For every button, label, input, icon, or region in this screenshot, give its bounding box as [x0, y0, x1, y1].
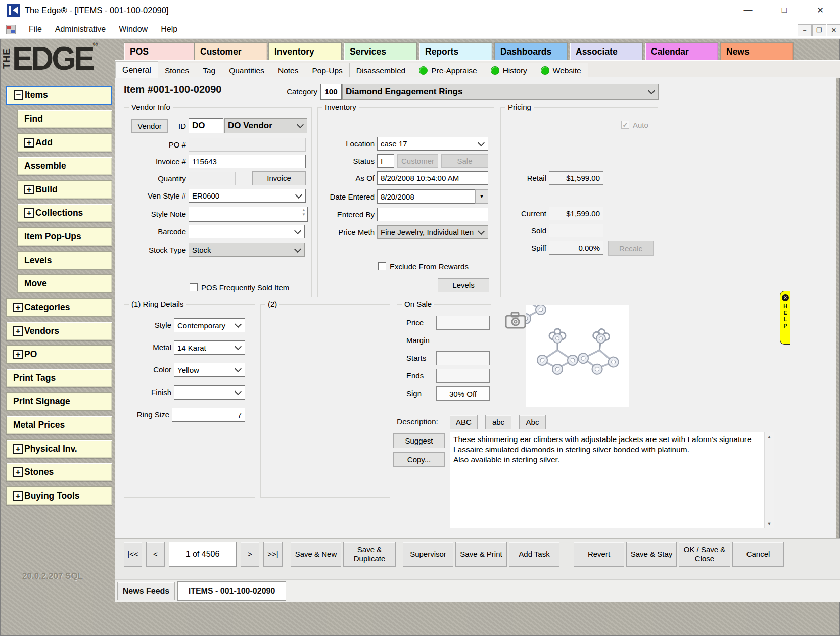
news-feeds-tab[interactable]: News Feeds: [117, 582, 175, 600]
subtab-tag[interactable]: Tag: [196, 63, 222, 78]
expand-icon[interactable]: +: [13, 326, 23, 336]
expand-icon[interactable]: +: [13, 303, 23, 312]
sidebar-item-collections[interactable]: +Collections: [17, 204, 112, 222]
subtab-history[interactable]: History: [484, 63, 534, 78]
scroll-down-icon[interactable]: ▼: [765, 519, 774, 528]
supervisor-button[interactable]: Supervisor: [403, 542, 453, 567]
subtab-general[interactable]: General: [115, 61, 158, 78]
ven-style-combo[interactable]: ER0600: [189, 189, 306, 203]
invoice-button[interactable]: Invoice: [252, 171, 306, 185]
revert-button[interactable]: Revert: [574, 542, 624, 567]
sign-button[interactable]: 30% Off: [436, 386, 490, 401]
pos-frequently-sold-checkbox[interactable]: [190, 283, 198, 291]
sidebar-item-items[interactable]: −Items: [6, 86, 112, 105]
tab-associate[interactable]: Associate: [570, 42, 643, 61]
menu-administrative[interactable]: Administrative: [55, 25, 106, 34]
description-text[interactable]: These shimmering ear climbers with adjus…: [453, 434, 763, 526]
subtab-stones[interactable]: Stones: [158, 63, 196, 78]
sidebar-item-buying-tools[interactable]: +Buying Tools: [6, 486, 112, 505]
lowercase-button[interactable]: abc: [485, 415, 511, 429]
ok-save-close-button[interactable]: OK / Save & Close: [679, 542, 730, 567]
help-tab[interactable]: ✕ HELP: [780, 291, 790, 345]
menu-window[interactable]: Window: [119, 25, 148, 34]
collapse-icon[interactable]: −: [14, 90, 23, 100]
vendor-name-combo[interactable]: DO Vendor: [224, 118, 307, 133]
camera-icon[interactable]: [504, 311, 527, 329]
expand-icon[interactable]: +: [13, 491, 23, 501]
sidebar-item-metal-prices[interactable]: Metal Prices: [6, 416, 112, 434]
mdi-close-button[interactable]: ✕: [827, 24, 840, 36]
active-window-tab[interactable]: ITEMS - 001-100-02090: [177, 581, 286, 601]
tab-inventory[interactable]: Inventory: [268, 42, 342, 61]
spinner-icon[interactable]: ▲▼: [302, 208, 306, 217]
sidebar-item-physical-inv[interactable]: +Physical Inv.: [6, 439, 112, 458]
sale-ends-input[interactable]: [436, 369, 490, 383]
tab-pos[interactable]: POS: [124, 42, 197, 61]
expand-icon[interactable]: +: [24, 138, 34, 148]
suggest-button[interactable]: Suggest: [393, 433, 445, 448]
sidebar-item-print-tags[interactable]: Print Tags: [6, 369, 112, 387]
spiff-input[interactable]: 0.00%: [549, 241, 603, 255]
location-combo[interactable]: case 17: [377, 137, 488, 151]
sidebar-item-vendors[interactable]: +Vendors: [6, 322, 112, 340]
minimize-button[interactable]: —: [736, 0, 760, 20]
save-stay-button[interactable]: Save & Stay: [626, 542, 677, 567]
save-print-button[interactable]: Save & Print: [455, 542, 507, 567]
record-last-button[interactable]: >>|: [263, 542, 283, 567]
scroll-up-icon[interactable]: ▲: [765, 432, 774, 441]
expand-icon[interactable]: +: [13, 350, 23, 359]
vendor-button[interactable]: Vendor: [131, 119, 168, 133]
item-photo[interactable]: [526, 305, 629, 407]
subtab-quantities[interactable]: Quantities: [222, 63, 271, 78]
save-new-button[interactable]: Save & New: [291, 542, 341, 567]
date-picker-button[interactable]: ▼: [475, 189, 488, 204]
tab-reports[interactable]: Reports: [419, 42, 492, 61]
subtab-pre-appraise[interactable]: Pre-Appraise: [412, 63, 484, 78]
menu-help[interactable]: Help: [161, 25, 177, 34]
status-input[interactable]: I: [377, 154, 394, 168]
invoice-number-input[interactable]: 115643: [189, 155, 306, 168]
sale-price-input[interactable]: [436, 316, 490, 330]
sidebar-item-add[interactable]: +Add: [17, 133, 112, 152]
sidebar-item-stones[interactable]: +Stones: [6, 463, 112, 481]
description-textarea[interactable]: These shimmering ear climbers with adjus…: [450, 432, 774, 528]
sidebar-item-categories[interactable]: +Categories: [6, 298, 112, 317]
mdi-minimize-button[interactable]: –: [798, 24, 812, 36]
help-close-icon[interactable]: ✕: [782, 294, 789, 301]
expand-icon[interactable]: +: [24, 208, 34, 218]
vendor-id-input[interactable]: DO: [189, 118, 223, 133]
ring-size-input[interactable]: 7: [172, 408, 245, 422]
sidebar-item-item-popups[interactable]: Item Pop-Ups: [17, 227, 112, 246]
tab-calendar[interactable]: Calendar: [645, 42, 718, 61]
subtab-notes[interactable]: Notes: [271, 63, 306, 78]
sidebar-item-levels[interactable]: Levels: [17, 251, 112, 270]
record-first-button[interactable]: |<<: [124, 542, 142, 567]
stock-type-combo[interactable]: Stock: [189, 243, 305, 257]
close-button[interactable]: ✕: [809, 0, 832, 20]
tab-services[interactable]: Services: [344, 42, 417, 61]
price-method-combo[interactable]: Fine Jewelry, Individual Iten: [377, 225, 488, 239]
expand-icon[interactable]: +: [13, 467, 23, 477]
style-note-input[interactable]: ▲▼: [189, 207, 308, 222]
sidebar-item-build[interactable]: +Build: [17, 180, 112, 199]
record-prev-button[interactable]: <: [146, 542, 165, 567]
barcode-combo[interactable]: [189, 225, 305, 238]
sale-starts-input[interactable]: [436, 351, 490, 365]
date-entered-input[interactable]: 8/20/2008: [377, 189, 475, 204]
current-price-input[interactable]: $1,599.00: [549, 207, 603, 220]
sidebar-item-assemble[interactable]: Assemble: [17, 157, 112, 175]
sidebar-item-print-signage[interactable]: Print Signage: [6, 392, 112, 411]
sidebar-item-po[interactable]: +PO: [6, 345, 112, 364]
uppercase-button[interactable]: ABC: [450, 415, 478, 429]
copy-button[interactable]: Copy...: [393, 452, 445, 467]
subtab-disassembled[interactable]: Disassembled: [350, 63, 412, 78]
exclude-from-rewards-checkbox[interactable]: [378, 262, 386, 270]
levels-button[interactable]: Levels: [438, 278, 489, 292]
category-code-input[interactable]: 100: [320, 84, 342, 100]
metal-combo[interactable]: 14 Karat: [174, 340, 245, 355]
color-combo[interactable]: Yellow: [174, 363, 245, 377]
finish-combo[interactable]: [174, 385, 245, 400]
cancel-button[interactable]: Cancel: [732, 542, 784, 567]
expand-icon[interactable]: +: [24, 185, 34, 194]
tab-dashboards[interactable]: Dashboards: [494, 42, 568, 61]
